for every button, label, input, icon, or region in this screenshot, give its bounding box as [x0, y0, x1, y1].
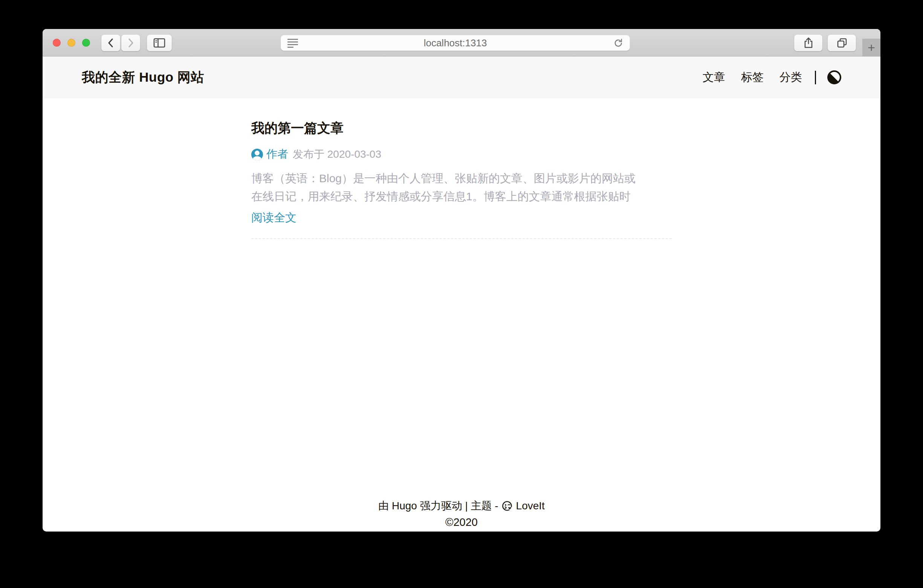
excerpt-line: 博客（英语：Blog）是一种由个人管理、张贴新的文章、图片或影片的网站或 [251, 169, 672, 187]
zoom-window-button[interactable] [82, 39, 90, 47]
nav-item-categories[interactable]: 分类 [780, 70, 802, 85]
site-footer: 由 Hugo 强力驱动 | 主题 - LoveIt ©2020 [43, 499, 880, 529]
site-header: 我的全新 Hugo 网站 文章 标签 分类 [43, 56, 880, 98]
nav-separator [815, 71, 816, 84]
share-icon [803, 37, 814, 49]
browser-window: localhost:1313 [43, 29, 880, 532]
sidebar-toggle-button[interactable] [147, 34, 172, 51]
share-button[interactable] [794, 34, 823, 51]
footer-powered: 由 Hugo 强力驱动 | 主题 - LoveIt [43, 499, 880, 513]
post-divider [251, 238, 672, 239]
sidebar-toggle-icon [153, 37, 166, 49]
footer-copyright: ©2020 [43, 516, 880, 529]
post-title[interactable]: 我的第一篇文章 [251, 120, 672, 137]
read-more-link[interactable]: 阅读全文 [251, 210, 297, 226]
site-title[interactable]: 我的全新 Hugo 网站 [82, 69, 204, 86]
forward-button[interactable] [121, 34, 140, 51]
plus-icon: + [868, 41, 875, 54]
publish-date: 发布于 2020-03-03 [293, 147, 381, 162]
main-nav: 文章 标签 分类 [687, 70, 841, 85]
nav-item-tags[interactable]: 标签 [741, 70, 764, 85]
new-tab-button[interactable]: + [862, 38, 880, 56]
reader-view-icon[interactable] [287, 39, 298, 48]
close-window-button[interactable] [53, 39, 61, 47]
author-link[interactable]: 作者 [266, 147, 288, 162]
tabs-overview-icon [836, 37, 848, 49]
author-avatar-icon [251, 149, 263, 161]
page-content: 我的第一篇文章 作者 发布于 2020-03-03 博客（英语：Blog）是一种… [251, 120, 672, 239]
url-text[interactable]: localhost:1313 [424, 37, 487, 49]
footer-powered-text: 由 Hugo 强力驱动 | 主题 - [378, 499, 498, 513]
reload-icon[interactable] [613, 38, 624, 49]
browser-toolbar: localhost:1313 [43, 29, 880, 56]
post-meta: 作者 发布于 2020-03-03 [251, 147, 672, 162]
back-button[interactable] [101, 34, 120, 51]
theme-toggle-icon[interactable] [827, 70, 841, 84]
nav-item-posts[interactable]: 文章 [703, 70, 725, 85]
tab-overview-button[interactable] [828, 34, 856, 51]
window-controls [53, 39, 90, 47]
excerpt-line: 在线日记，用来纪录、抒发情感或分享信息1。博客上的文章通常根据张贴时 [251, 187, 672, 206]
chevron-left-icon [106, 37, 116, 49]
chevron-right-icon [126, 37, 136, 49]
kiss-face-icon [501, 500, 513, 512]
address-bar[interactable]: localhost:1313 [281, 35, 630, 51]
post-excerpt: 博客（英语：Blog）是一种由个人管理、张贴新的文章、图片或影片的网站或 在线日… [251, 169, 672, 206]
minimize-window-button[interactable] [67, 39, 76, 47]
footer-theme-link[interactable]: LoveIt [516, 500, 545, 512]
